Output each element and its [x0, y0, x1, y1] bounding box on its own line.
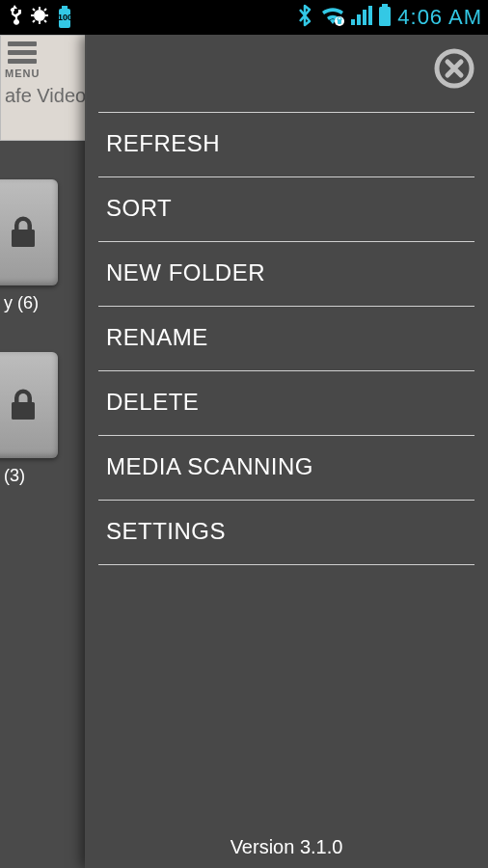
menu-button[interactable]: MENU — [5, 41, 40, 79]
menu-item-settings[interactable]: SETTINGS — [98, 501, 474, 565]
close-button[interactable] — [434, 48, 474, 89]
status-right: 4:06 AM — [295, 4, 482, 32]
menu-item-media-scanning[interactable]: MEDIA SCANNING — [98, 436, 474, 501]
bluetooth-icon — [295, 4, 314, 32]
menu-item-rename[interactable]: RENAME — [98, 307, 474, 371]
version-label: Version 3.1.0 — [85, 823, 488, 868]
folder-grid: y (6) (3) — [0, 141, 87, 486]
wifi-icon — [320, 5, 345, 31]
page-title-fragment: afe Video — [5, 85, 86, 107]
battery-pct-label: 100 — [58, 13, 72, 22]
svg-rect-2 — [62, 6, 68, 9]
svg-point-0 — [34, 10, 45, 21]
svg-rect-6 — [382, 4, 388, 7]
signal-icon — [351, 6, 372, 30]
folder-thumbnail[interactable] — [0, 352, 58, 458]
clock: 4:06 AM — [397, 5, 482, 30]
svg-rect-4 — [338, 19, 341, 24]
background-app: MENU afe Video y (6) (3) — [0, 35, 87, 868]
svg-rect-5 — [379, 7, 391, 26]
hamburger-icon — [8, 41, 37, 64]
menu-item-refresh[interactable]: REFRESH — [98, 112, 474, 177]
folder-count: y (6) — [4, 293, 87, 313]
battery-pct-icon: 100 — [56, 5, 88, 30]
status-left: 100 — [6, 5, 88, 31]
close-icon — [434, 48, 474, 89]
folder-count: (3) — [4, 466, 87, 486]
menu-item-sort[interactable]: SORT — [98, 177, 474, 242]
folder-thumbnail[interactable] — [0, 179, 58, 285]
menu-panel: REFRESH SORT NEW FOLDER RENAME DELETE ME… — [85, 35, 488, 868]
menu-item-new-folder[interactable]: NEW FOLDER — [98, 242, 474, 307]
close-row — [85, 35, 488, 95]
status-bar: 100 4:06 AM — [0, 0, 488, 35]
menu-label: MENU — [5, 68, 40, 79]
lock-icon — [6, 215, 41, 250]
battery-icon — [378, 4, 392, 32]
menu-list: REFRESH SORT NEW FOLDER RENAME DELETE ME… — [85, 112, 488, 565]
usb-icon — [6, 5, 23, 31]
lock-icon — [6, 388, 41, 422]
app-header: MENU afe Video — [0, 35, 87, 141]
menu-item-delete[interactable]: DELETE — [98, 371, 474, 436]
debug-icon — [29, 5, 50, 31]
